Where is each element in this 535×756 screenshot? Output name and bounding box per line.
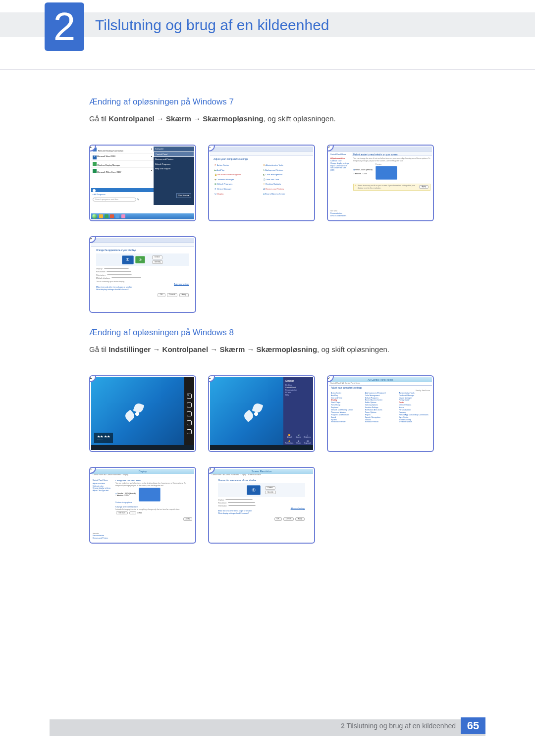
advanced-link: Advanced settings — [291, 507, 305, 509]
page-footer: 2 Tilslutning og brug af en kildeenhed 6… — [50, 717, 485, 736]
field-label: Display: — [218, 499, 224, 501]
menu-header: Computer — [154, 147, 194, 151]
screenshot-step: 1 Remote Desktop Connection ▸ W Microsof… — [89, 145, 196, 221]
screenshot-step: 1 🔍 ⊞ ⚙ ★★ ★★ • • • • • • — [89, 375, 196, 452]
apply-button: Apply — [419, 185, 428, 189]
cancel-button: Cancel — [283, 517, 294, 521]
win8-heading: Ændring af opløsningen på Windows 8 — [89, 328, 446, 338]
link-text: What display settings should I choose? — [96, 289, 189, 291]
settings-panel: Settings Desktop Control Panel Personali… — [283, 377, 313, 450]
tile-icon: ☀Brightness — [304, 434, 311, 438]
panel-desc: You can change the size of text and othe… — [353, 157, 430, 162]
field-label: Display: — [96, 268, 103, 270]
all-programs: All Programs — [94, 193, 106, 196]
panel-item: Help — [285, 394, 311, 397]
shutdown-button: Shut down ▸ — [176, 193, 191, 198]
settings-charm-icon: ⚙ — [187, 429, 192, 434]
text: , og skift opløsningen. — [317, 345, 389, 353]
menu-item: Wireless Display Manager — [97, 164, 120, 166]
menu-item-highlighted: Control Panel — [154, 151, 194, 157]
breadcrumb: Control Panel › All Control Panel Items … — [93, 474, 128, 476]
detect-button: Detect — [152, 255, 162, 259]
panel-title: Settings — [285, 379, 311, 383]
identify-button: Identify — [152, 260, 163, 264]
cp-item: Default Programs — [217, 183, 232, 185]
tile-icon: 📶Network — [285, 434, 293, 438]
win8-screenres-mock: Screen Resolution Control Panel › All Co… — [210, 469, 313, 542]
advanced-link: Advanced settings — [174, 283, 189, 285]
dropdown: 11 — [129, 511, 136, 515]
cp-item: Action Center — [217, 164, 229, 166]
win8-controlpanel-mock: All Control Panel Items Control Panel › … — [329, 377, 432, 450]
arrow-icon: → — [210, 345, 217, 353]
tile-icon: 🔊Volume — [295, 434, 302, 438]
path-part: Kontrolpanel — [108, 114, 155, 123]
tile-icon: 🔔Notifications — [285, 440, 293, 444]
cancel-button: Cancel — [167, 293, 178, 297]
apply-button: Apply — [179, 293, 189, 297]
arrow-icon: → — [157, 114, 164, 123]
screenshot-step: 3 Control Panel Home Adjust resolution C… — [327, 145, 434, 221]
side-item: Adjust ClearType text — [93, 490, 112, 492]
cp-item: Date and Time — [266, 178, 279, 181]
win8-display-mock: Display Control Panel › All Control Pane… — [91, 469, 194, 542]
side-item: Set custom text size (DPI) — [330, 167, 350, 172]
monitor-preview-icon — [375, 166, 397, 180]
path-part: Skærmopløsning — [257, 345, 318, 353]
field-label: Multiple displays: — [96, 277, 110, 279]
window-titlebar: All Control Panel Items — [329, 377, 432, 382]
menu-item: Default Programs — [154, 162, 194, 167]
chapter-number-box: 2 — [45, 2, 84, 51]
side-item: Control Panel Home — [330, 153, 350, 156]
cp-item: Device Manager — [217, 188, 231, 190]
cp-item: Credential Manager — [216, 178, 234, 181]
taskbar — [91, 213, 194, 219]
cp-item: AutoPlay — [216, 169, 224, 171]
side-item: Devices and Printers — [93, 537, 108, 540]
identify-button: Identify — [265, 491, 276, 494]
window-titlebar: Display — [91, 469, 194, 474]
header-rule — [0, 69, 535, 70]
panel-heading: Change the appearance of your displays — [96, 249, 189, 252]
search-charm-icon: 🔍 — [187, 394, 192, 399]
path-part: Skærmopløsning — [203, 114, 264, 123]
warning-text: Some items may not fit on your screen if… — [358, 185, 418, 190]
cp-item: Windows Firewall — [365, 421, 396, 423]
side-item: Control Panel Home — [93, 479, 112, 482]
screenshot-step: 2 Adjust your computer's settings ⚑ Acti… — [208, 145, 315, 221]
chapter-number: 2 — [54, 7, 76, 47]
monitor-preview-icon — [139, 488, 160, 502]
wallpaper-flower-icon — [246, 406, 266, 421]
control-panel-mock: Adjust your computer's settings ⚑ Action… — [210, 147, 313, 219]
footer-text: 2 Tilslutning og brug af en kildeenhed — [341, 722, 456, 730]
cp-item: Windows Update — [399, 421, 430, 423]
radio-option: Medium - 125% — [117, 495, 129, 497]
menu-item: Microsoft Office Excel 2007 — [97, 171, 121, 173]
menu-item: Microsoft Word 2010 — [97, 155, 115, 157]
cp-item: BitLocker Drive Encryption — [217, 173, 241, 176]
cp-sidebar: Control Panel Home Adjust resolution Cal… — [329, 152, 352, 219]
text: , og skift opløsningen. — [264, 114, 336, 123]
win8-screenshots: 1 🔍 ⊞ ⚙ ★★ ★★ • • • • • • — [89, 375, 446, 544]
screenshot-step: 4 Change the appearance of your displays… — [89, 236, 196, 313]
cp-item: Administrative Tools — [266, 164, 283, 166]
path-part: Indstillinger — [108, 345, 151, 353]
field-label: Orientation: — [96, 274, 106, 276]
cp-item: Ease of Access Center — [265, 193, 285, 195]
display-main: Make it easier to read what is on your s… — [352, 152, 432, 219]
field-label: Orientation: — [218, 505, 227, 507]
cp-item: Devices and Printers — [266, 188, 284, 190]
footer-chapter-num: 2 — [341, 722, 345, 730]
win8-taskbar — [210, 445, 313, 450]
wallpaper-flower-icon — [127, 406, 147, 421]
apply-button: Apply — [183, 517, 192, 521]
page-content: Ændring af opløsningen på Windows 7 Gå t… — [89, 89, 446, 558]
checkbox-label: Bold — [139, 512, 142, 514]
field-label: Resolution: — [218, 502, 227, 504]
arrow-icon: → — [153, 345, 160, 353]
display-mock: Control Panel Home Adjust resolution Cal… — [329, 147, 432, 219]
radio-option: Small - 100% (default) — [355, 169, 373, 171]
cp-item: Backup and Restore — [265, 169, 283, 171]
text: Gå til — [89, 345, 108, 353]
start-orb-icon — [92, 214, 97, 219]
